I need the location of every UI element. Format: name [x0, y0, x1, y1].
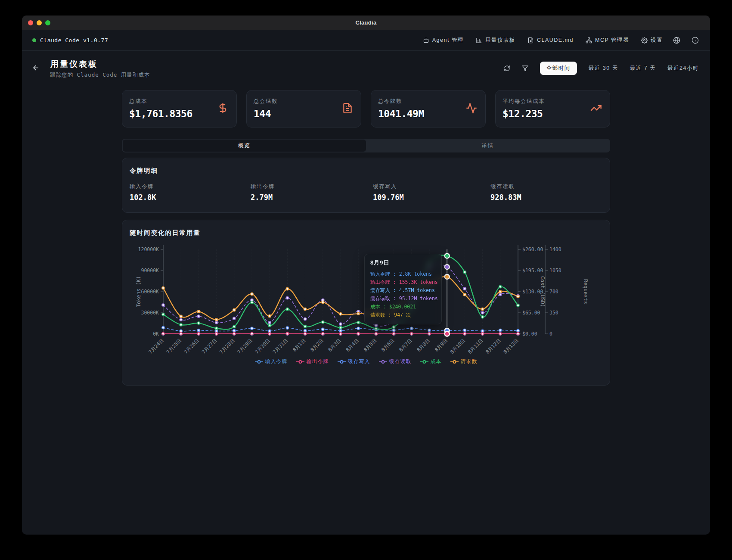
view-tabs: 概览详情 — [122, 139, 610, 152]
legend-marker-icon — [255, 360, 263, 364]
svg-text:700: 700 — [549, 289, 558, 295]
token-col-3: 缓存读取928.83M — [490, 183, 521, 202]
svg-text:7月25日: 7月25日 — [165, 337, 183, 355]
tooltip-rows: 输入令牌 : 2.8K tokens输出令牌 : 155.3K tokens缓存… — [370, 270, 436, 319]
svg-text:7月24日: 7月24日 — [147, 337, 165, 355]
filter-bar: 全部时间最近 30 天最近 7 天最近24小时 — [504, 62, 699, 75]
file-icon — [527, 37, 534, 44]
legend-label: 成本 — [431, 358, 442, 365]
zoom-window-button[interactable] — [45, 20, 50, 25]
svg-text:8月3日: 8月3日 — [327, 337, 342, 353]
svg-text:Cost (USD): Cost (USD) — [540, 276, 546, 307]
svg-text:Requests: Requests — [583, 279, 589, 304]
svg-text:8月8日: 8月8日 — [416, 337, 431, 353]
time-filter-24h[interactable]: 最近24小时 — [667, 65, 699, 72]
info-icon — [692, 37, 699, 44]
tab-details[interactable]: 详情 — [366, 140, 609, 152]
nav-item-label: Agent 管理 — [432, 37, 464, 44]
arrow-left-icon — [32, 64, 40, 72]
info-button[interactable] — [692, 37, 699, 44]
stat-card-icon — [342, 103, 353, 115]
svg-text:30000K: 30000K — [141, 310, 159, 316]
legend-item-1[interactable]: 输出令牌 — [296, 358, 329, 365]
nav-item-claudemd[interactable]: CLAUDE.md — [527, 37, 574, 44]
legend-item-3[interactable]: 缓存读取 — [379, 358, 412, 365]
legend-label: 缓存写入 — [348, 358, 370, 365]
bot-icon — [423, 37, 429, 44]
language-globe-button[interactable] — [673, 37, 680, 44]
svg-text:7月31日: 7月31日 — [272, 337, 289, 355]
stat-card-label: 总会话数 — [254, 98, 354, 105]
traffic-lights — [28, 20, 50, 25]
svg-text:90000K: 90000K — [141, 268, 159, 274]
nav-item-settings[interactable]: 设置 — [641, 37, 663, 44]
token-col-2: 缓存写入109.76M — [373, 183, 404, 202]
svg-text:0: 0 — [549, 331, 552, 337]
time-filter-7d[interactable]: 最近 7 天 — [630, 65, 656, 72]
svg-text:$65.00: $65.00 — [522, 310, 540, 316]
svg-text:7月27日: 7月27日 — [201, 337, 218, 355]
svg-text:7月30日: 7月30日 — [254, 337, 271, 355]
legend-marker-icon — [450, 360, 459, 364]
gear-icon — [641, 37, 648, 44]
app-identity: Claude Code v1.0.77 — [32, 37, 108, 44]
svg-text:8月6日: 8月6日 — [380, 337, 396, 353]
screen: Claudia Claude Code v1.0.77 Agent 管理用量仪表… — [0, 0, 732, 560]
minimize-window-button[interactable] — [37, 20, 42, 25]
token-col-value: 102.8K — [130, 193, 156, 202]
titlebar: Claudia — [22, 16, 710, 30]
tooltip-row-4: 成本 : $240.0021 — [370, 303, 436, 311]
svg-text:7月28日: 7月28日 — [218, 337, 236, 355]
svg-text:1050: 1050 — [549, 268, 561, 274]
tab-overview[interactable]: 概览 — [123, 140, 366, 152]
nav-item-label: 设置 — [651, 37, 663, 44]
time-filter-all[interactable]: 全部时间 — [540, 62, 577, 75]
globe-icon — [673, 37, 680, 44]
filter-button[interactable] — [522, 65, 528, 72]
svg-text:8月13日: 8月13日 — [502, 337, 520, 355]
dollar-icon — [217, 102, 229, 114]
legend-item-0[interactable]: 输入令牌 — [255, 358, 288, 365]
nav-item-agents[interactable]: Agent 管理 — [423, 37, 464, 44]
nav-item-label: CLAUDE.md — [537, 37, 574, 43]
svg-text:$195.00: $195.00 — [522, 268, 543, 274]
svg-text:8月7日: 8月7日 — [398, 337, 413, 353]
status-dot — [32, 38, 36, 42]
legend-item-2[interactable]: 缓存写入 — [338, 358, 370, 365]
svg-text:8月12日: 8月12日 — [484, 337, 502, 355]
tooltip-row-3: 缓存读取 : 95.12M tokens — [370, 295, 436, 303]
svg-text:$260.00: $260.00 — [522, 246, 543, 252]
network-icon — [586, 37, 592, 44]
svg-text:8月9日: 8月9日 — [433, 337, 449, 353]
nav-item-label: MCP 管理器 — [595, 37, 629, 44]
back-button[interactable] — [31, 62, 41, 73]
svg-text:0K: 0K — [153, 331, 159, 337]
stat-card-2: 总令牌数1041.49M — [371, 90, 486, 128]
top-nav: Agent 管理用量仪表板CLAUDE.mdMCP 管理器设置 — [423, 37, 663, 44]
close-window-button[interactable] — [28, 20, 33, 25]
tooltip-date: 8月9日 — [370, 259, 436, 267]
nav-item-mcp[interactable]: MCP 管理器 — [586, 37, 629, 44]
funnel-icon — [522, 65, 528, 72]
bar-chart-icon — [476, 37, 482, 44]
refresh-button[interactable] — [504, 65, 510, 72]
legend-item-4[interactable]: 成本 — [420, 358, 442, 365]
tooltip-row-1: 输出令牌 : 155.3K tokens — [370, 278, 436, 286]
stat-card-label: 总成本 — [129, 98, 230, 105]
refresh-icon — [504, 65, 510, 72]
svg-text:8月1日: 8月1日 — [292, 337, 307, 353]
file-text-icon — [342, 103, 353, 114]
svg-text:1400: 1400 — [549, 246, 561, 252]
legend-marker-icon — [296, 360, 304, 364]
nav-item-usage[interactable]: 用量仪表板 — [476, 37, 515, 44]
app-header: Claude Code v1.0.77 Agent 管理用量仪表板CLAUDE.… — [22, 30, 710, 51]
tooltip-row-0: 输入令牌 : 2.8K tokens — [370, 270, 436, 278]
svg-text:7月29日: 7月29日 — [236, 337, 254, 355]
page-header: 用量仪表板 跟踪您的 Claude Code 用量和成本 全部时间最近 30 天… — [22, 51, 710, 84]
time-filter-30d[interactable]: 最近 30 天 — [589, 65, 618, 72]
token-col-label: 缓存写入 — [373, 183, 404, 190]
legend-item-5[interactable]: 请求数 — [450, 358, 478, 365]
stat-card-0: 总成本$1,761.8356 — [122, 90, 237, 128]
legend-label: 输出令牌 — [307, 358, 329, 365]
tooltip-row-2: 缓存写入 : 4.57M tokens — [370, 286, 436, 295]
